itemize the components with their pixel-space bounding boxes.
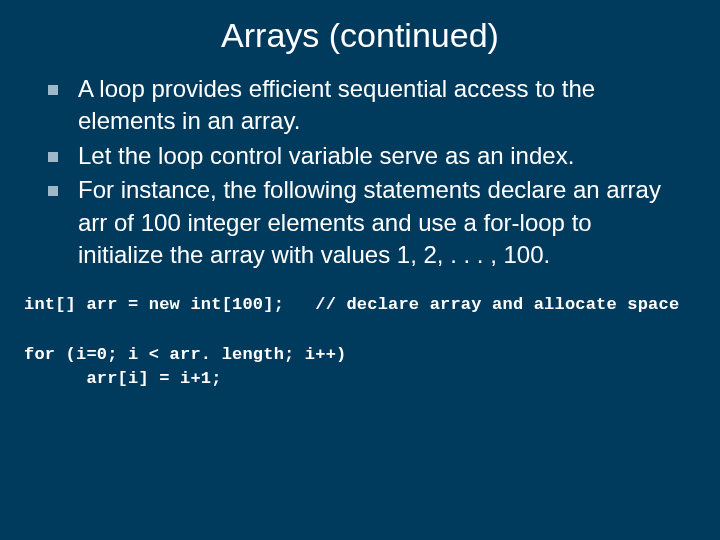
bullet-text: A loop provides efficient sequential acc… [78, 73, 680, 138]
bullet-list: A loop provides efficient sequential acc… [48, 73, 680, 271]
bullet-text: Let the loop control variable serve as a… [78, 140, 680, 172]
code-block: int[] arr = new int[100]; // declare arr… [24, 293, 700, 392]
list-item: For instance, the following statements d… [48, 174, 680, 271]
slide: Arrays (continued) A loop provides effic… [0, 0, 720, 540]
bullet-square-icon [48, 186, 58, 196]
bullet-text: For instance, the following statements d… [78, 174, 680, 271]
list-item: Let the loop control variable serve as a… [48, 140, 680, 172]
slide-title: Arrays (continued) [20, 16, 700, 55]
bullet-square-icon [48, 152, 58, 162]
bullet-square-icon [48, 85, 58, 95]
list-item: A loop provides efficient sequential acc… [48, 73, 680, 138]
